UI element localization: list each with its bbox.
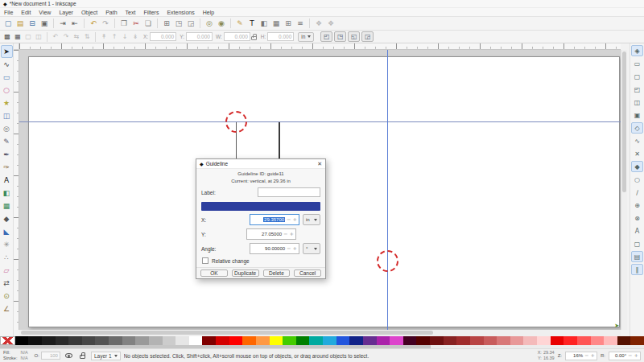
palette-swatch[interactable] bbox=[242, 336, 256, 345]
paste-icon[interactable]: ❏ bbox=[142, 18, 154, 29]
snap-line-midpoints-icon[interactable]: ∕ bbox=[631, 187, 643, 198]
relative-change-checkbox[interactable] bbox=[202, 257, 208, 264]
select-same-icon[interactable]: ◫ bbox=[34, 32, 43, 42]
spin-decrease-icon[interactable]: − bbox=[287, 246, 291, 252]
close-icon[interactable]: ✕ bbox=[317, 161, 322, 167]
palette-swatch[interactable] bbox=[82, 336, 96, 345]
palette-swatch[interactable] bbox=[42, 336, 56, 345]
selector-tool-icon[interactable]: ➤ bbox=[1, 45, 13, 58]
unlink-clone-icon[interactable]: ◲ bbox=[185, 18, 196, 29]
raise-to-top-icon[interactable]: ↟ bbox=[99, 32, 109, 42]
zoom-spinbox[interactable]: 16% − + bbox=[565, 352, 597, 360]
scale-stroke-toggle-icon[interactable]: ◰ bbox=[320, 31, 332, 42]
menu-extensions[interactable]: Extensions bbox=[163, 10, 198, 15]
scale-pattern-toggle-icon[interactable]: ◲ bbox=[361, 31, 374, 42]
flip-horizontal-icon[interactable]: ⇆ bbox=[72, 32, 81, 42]
palette-swatch[interactable] bbox=[56, 336, 69, 345]
snap-bbox-centers-icon[interactable]: ▣ bbox=[631, 109, 643, 121]
menu-object[interactable]: Object bbox=[77, 10, 101, 15]
horizontal-guide[interactable] bbox=[19, 121, 621, 122]
palette-swatch[interactable] bbox=[377, 336, 390, 345]
layer-visibility-toggle[interactable] bbox=[64, 351, 74, 360]
palette-swatch[interactable] bbox=[135, 336, 149, 345]
import-icon[interactable]: ⇥ bbox=[57, 18, 68, 29]
dropper-tool-icon[interactable]: ◆ bbox=[1, 212, 13, 225]
palette-swatch[interactable] bbox=[270, 336, 283, 345]
flip-vertical-icon[interactable]: ⇅ bbox=[82, 32, 92, 42]
snap-text-baseline-icon[interactable]: A bbox=[631, 225, 643, 237]
bezier-tool-icon[interactable]: ✒ bbox=[1, 148, 13, 161]
guide-color-bar[interactable] bbox=[201, 202, 320, 211]
eraser-tool-icon[interactable]: ▱ bbox=[1, 264, 13, 277]
palette-none-swatch[interactable] bbox=[0, 336, 15, 345]
zoom-selection-icon[interactable]: ◎ bbox=[204, 18, 215, 29]
snap-grid-icon[interactable]: ▤ bbox=[631, 251, 643, 262]
undo-icon[interactable]: ↶ bbox=[88, 18, 99, 29]
palette-swatch[interactable] bbox=[390, 336, 403, 345]
lower-icon[interactable]: ↓ bbox=[120, 32, 130, 42]
vertical-scrollbar[interactable] bbox=[621, 50, 627, 330]
cancel-button[interactable]: Cancel bbox=[294, 269, 321, 277]
zoom-tool-icon[interactable]: ⊙ bbox=[1, 290, 13, 302]
palette-swatch[interactable] bbox=[349, 336, 363, 345]
unit-dropdown[interactable]: in bbox=[298, 32, 314, 42]
snap-bbox-icon[interactable]: ▭ bbox=[631, 58, 643, 69]
x-unit-dropdown[interactable]: in bbox=[303, 214, 320, 225]
palette-swatch[interactable] bbox=[229, 336, 243, 345]
vertical-scrollbar-thumb[interactable] bbox=[622, 51, 626, 192]
palette-swatch[interactable] bbox=[416, 336, 430, 345]
paint-bucket-tool-icon[interactable]: ◣ bbox=[1, 225, 13, 238]
connector-tool-icon[interactable]: ⇄ bbox=[1, 277, 13, 290]
scale-gradient-toggle-icon[interactable]: ◱ bbox=[348, 31, 360, 42]
spin-increase-icon[interactable]: + bbox=[634, 353, 638, 359]
spin-decrease-icon[interactable]: − bbox=[287, 217, 291, 223]
duplicate-button[interactable]: Duplicate bbox=[232, 269, 259, 277]
snap-cusp-nodes-icon[interactable]: ◆ bbox=[631, 161, 643, 172]
vertical-ruler[interactable] bbox=[14, 50, 19, 330]
menu-help[interactable]: Help bbox=[199, 10, 218, 15]
palette-swatch[interactable] bbox=[430, 336, 444, 345]
palette-swatch[interactable] bbox=[109, 336, 122, 345]
export-icon[interactable]: ⇤ bbox=[69, 18, 80, 29]
palette-swatch[interactable] bbox=[256, 336, 270, 345]
cut-icon[interactable]: ✂ bbox=[130, 18, 142, 29]
lock-ratio-icon[interactable] bbox=[251, 36, 257, 40]
x-spinbox[interactable]: 29.35700 − + bbox=[250, 214, 299, 225]
horizontal-scrollbar-thumb[interactable] bbox=[21, 331, 433, 335]
raise-icon[interactable]: ↑ bbox=[109, 32, 119, 42]
document-properties-icon[interactable]: ▦ bbox=[270, 18, 282, 29]
tweak-tool-icon[interactable]: ✳ bbox=[1, 238, 13, 251]
palette-swatch[interactable] bbox=[216, 336, 229, 345]
h-input[interactable]: 0.000 bbox=[267, 32, 294, 41]
palette-swatch[interactable] bbox=[617, 336, 631, 345]
zoom-drawing-icon[interactable]: ◉ bbox=[216, 18, 227, 29]
spin-increase-icon[interactable]: + bbox=[293, 217, 297, 223]
horizontal-scrollbar[interactable] bbox=[19, 330, 621, 336]
print-icon[interactable]: ▣ bbox=[39, 18, 50, 29]
new-document-icon[interactable]: ▢ bbox=[2, 18, 14, 29]
palette-swatch[interactable] bbox=[564, 336, 577, 345]
palette-swatch[interactable] bbox=[175, 336, 189, 345]
duplicate-icon[interactable]: ⊞ bbox=[161, 18, 172, 29]
dialog-title-bar[interactable]: ◆ Guideline ✕ bbox=[196, 159, 325, 169]
palette-swatch[interactable] bbox=[202, 336, 216, 345]
select-all-layers-icon[interactable]: ▦ bbox=[13, 32, 23, 42]
mesh-tool-icon[interactable]: ▦ bbox=[1, 200, 13, 212]
palette-swatch[interactable] bbox=[68, 336, 82, 345]
palette-swatch[interactable] bbox=[497, 336, 510, 345]
node-tool-icon[interactable]: ∿ bbox=[1, 58, 13, 71]
palette-swatch[interactable] bbox=[309, 336, 323, 345]
spin-decrease-icon[interactable]: − bbox=[283, 232, 287, 237]
snap-rotation-centers-icon[interactable]: ⊗ bbox=[631, 212, 643, 224]
snap-bbox-edge-midpoints-icon[interactable]: ◫ bbox=[631, 97, 643, 108]
snap-path-intersections-icon[interactable]: ✕ bbox=[631, 148, 643, 159]
guide-label-input[interactable] bbox=[258, 187, 320, 197]
calligraphy-tool-icon[interactable]: ✑ bbox=[1, 161, 13, 174]
align-distribute-icon[interactable]: ⊞ bbox=[283, 18, 294, 29]
layer-selector[interactable]: Layer 1 bbox=[91, 352, 121, 360]
palette-swatch[interactable] bbox=[523, 336, 537, 345]
palette-swatch[interactable] bbox=[577, 336, 591, 345]
group-objects-icon[interactable]: ❖ bbox=[313, 18, 324, 29]
palette-swatch[interactable] bbox=[510, 336, 524, 345]
palette-swatch[interactable] bbox=[336, 336, 350, 345]
